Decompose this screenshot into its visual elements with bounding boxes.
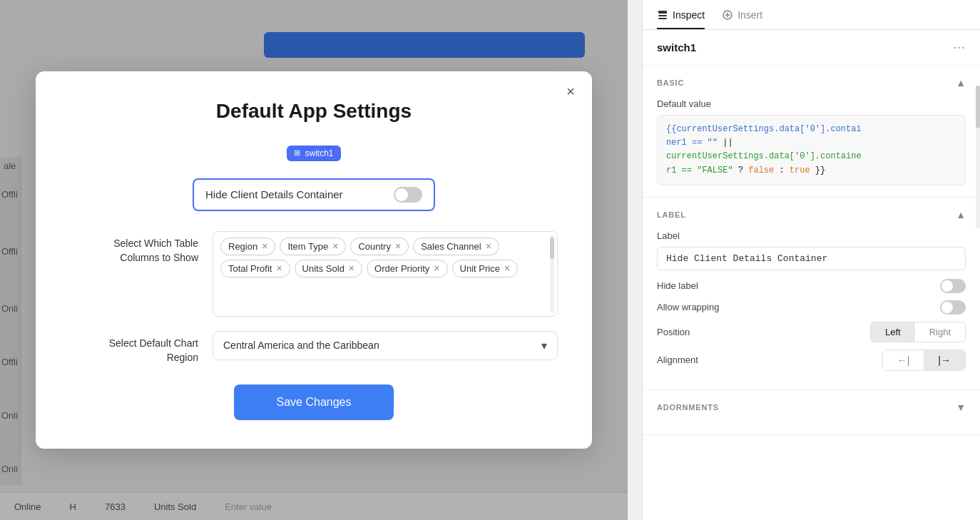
hide-label-toggle[interactable] <box>940 279 966 293</box>
basic-section: BASIC ▲ Default value {{currentUserSetti… <box>643 66 980 198</box>
region-tag[interactable]: Region × <box>220 238 275 255</box>
position-label: Position <box>657 327 690 337</box>
switch-badge-label: switch1 <box>305 148 333 158</box>
hide-client-toggle[interactable] <box>394 187 422 203</box>
hide-client-label: Hide Client Details Container <box>205 188 343 200</box>
modal-dialog: × Default App Settings ⊞ switch1 Hide Cl… <box>36 71 592 449</box>
label-field-label: Label <box>657 230 966 241</box>
panel-tabs: Inspect Insert <box>643 0 980 30</box>
adornments-section-header: ADORNMENTS ▼ <box>657 402 966 413</box>
basic-section-header: BASIC ▲ <box>657 77 966 88</box>
order-priority-tag[interactable]: Order Priority × <box>367 260 447 277</box>
item-type-tag-label: Item Type <box>287 241 328 252</box>
tab-insert-label: Insert <box>737 9 762 21</box>
modal-overlay: × Default App Settings ⊞ switch1 Hide Cl… <box>0 0 628 520</box>
hide-client-row: Hide Client Details Container <box>193 178 435 211</box>
panel-content: BASIC ▲ Default value {{currentUserSetti… <box>643 66 980 520</box>
chart-region-label: Select Default ChartRegion <box>70 331 213 364</box>
tab-inspect-label: Inspect <box>673 9 705 21</box>
label-section-title: LABEL <box>657 210 686 219</box>
country-tag-label: Country <box>358 241 391 252</box>
unit-price-tag-remove[interactable]: × <box>504 263 510 273</box>
alignment-group: ←| |→ <box>882 350 966 371</box>
hide-label-text: Hide label <box>657 280 698 291</box>
unit-price-tag[interactable]: Unit Price × <box>452 260 519 277</box>
allow-wrapping-toggle[interactable] <box>940 300 966 315</box>
order-priority-tag-remove[interactable]: × <box>434 263 439 273</box>
panel-scrollbar <box>976 86 980 228</box>
columns-label: Select Which TableColumns to Show <box>70 231 213 265</box>
save-changes-button[interactable]: Save Changes <box>234 384 394 420</box>
adornments-section: ADORNMENTS ▼ <box>643 390 980 435</box>
position-group: Left Right <box>870 322 966 342</box>
alignment-label: Alignment <box>657 355 698 365</box>
position-left-btn[interactable]: Left <box>871 322 915 342</box>
region-tag-remove[interactable]: × <box>262 241 267 251</box>
sales-channel-tag[interactable]: Sales Channel × <box>413 238 499 255</box>
switch-badge: ⊞ switch1 <box>287 146 340 161</box>
position-right-btn[interactable]: Right <box>915 322 965 342</box>
chart-region-dropdown[interactable]: Central America and the Caribbean ▾ <box>213 331 558 360</box>
total-profit-tag[interactable]: Total Profit × <box>220 260 290 277</box>
tags-scrollbar <box>550 235 554 313</box>
switch-badge-icon: ⊞ <box>294 148 300 158</box>
unit-price-tag-label: Unit Price <box>460 263 500 274</box>
svg-rect-0 <box>658 11 667 14</box>
svg-rect-1 <box>658 15 667 16</box>
total-profit-tag-label: Total Profit <box>228 263 272 274</box>
total-profit-tag-remove[interactable]: × <box>276 263 282 273</box>
label-section: LABEL ▲ Label Hide label Allow wrapping … <box>643 198 980 390</box>
sales-channel-tag-remove[interactable]: × <box>486 241 491 251</box>
right-panel: Inspect Insert switch1 ··· BASIC ▲ Defau… <box>642 0 980 520</box>
country-tag-remove[interactable]: × <box>395 241 401 251</box>
align-left-btn[interactable]: ←| <box>883 350 924 370</box>
align-right-btn[interactable]: |→ <box>924 350 965 370</box>
label-input[interactable] <box>657 247 966 270</box>
label-collapse-icon[interactable]: ▲ <box>956 209 966 220</box>
chart-region-form-row: Select Default ChartRegion Central Ameri… <box>70 331 558 364</box>
adornments-collapse-icon[interactable]: ▼ <box>956 402 966 413</box>
layers-icon <box>657 9 668 21</box>
tab-insert[interactable]: Insert <box>722 0 762 29</box>
columns-form-row: Select Which TableColumns to Show Region… <box>70 231 558 317</box>
units-sold-tag-remove[interactable]: × <box>349 263 354 273</box>
default-value-label: Default value <box>657 98 966 109</box>
basic-collapse-icon[interactable]: ▲ <box>956 77 966 88</box>
chart-region-value: Central America and the Caribbean <box>223 340 379 351</box>
more-options-button[interactable]: ··· <box>953 40 966 55</box>
label-section-header: LABEL ▲ <box>657 209 966 220</box>
item-type-tag-remove[interactable]: × <box>332 241 338 251</box>
modal-title: Default App Settings <box>70 100 558 123</box>
chevron-down-icon: ▾ <box>541 339 547 352</box>
component-name: switch1 <box>657 41 696 53</box>
order-priority-tag-label: Order Priority <box>374 263 429 274</box>
country-tag[interactable]: Country × <box>350 238 409 255</box>
sales-channel-tag-label: Sales Channel <box>421 241 481 252</box>
panel-scrollbar-thumb <box>976 86 980 128</box>
tags-scrollbar-thumb <box>550 238 554 259</box>
svg-rect-2 <box>658 18 667 19</box>
tab-inspect[interactable]: Inspect <box>657 0 705 29</box>
units-sold-tag[interactable]: Units Sold × <box>295 260 362 277</box>
units-sold-tag-label: Units Sold <box>302 263 344 274</box>
insert-icon <box>722 9 733 21</box>
default-value-code[interactable]: {{currentUserSettings.data['0'].containe… <box>657 115 966 185</box>
tags-container: Region × Item Type × Country × Sales Cha… <box>213 231 558 317</box>
allow-wrapping-text: Allow wrapping <box>657 302 719 312</box>
region-tag-label: Region <box>228 241 257 252</box>
item-type-tag[interactable]: Item Type × <box>280 238 346 255</box>
panel-header: switch1 ··· <box>643 30 980 66</box>
modal-close-button[interactable]: × <box>566 84 575 98</box>
adornments-section-title: ADORNMENTS <box>657 403 719 412</box>
basic-section-title: BASIC <box>657 78 684 87</box>
